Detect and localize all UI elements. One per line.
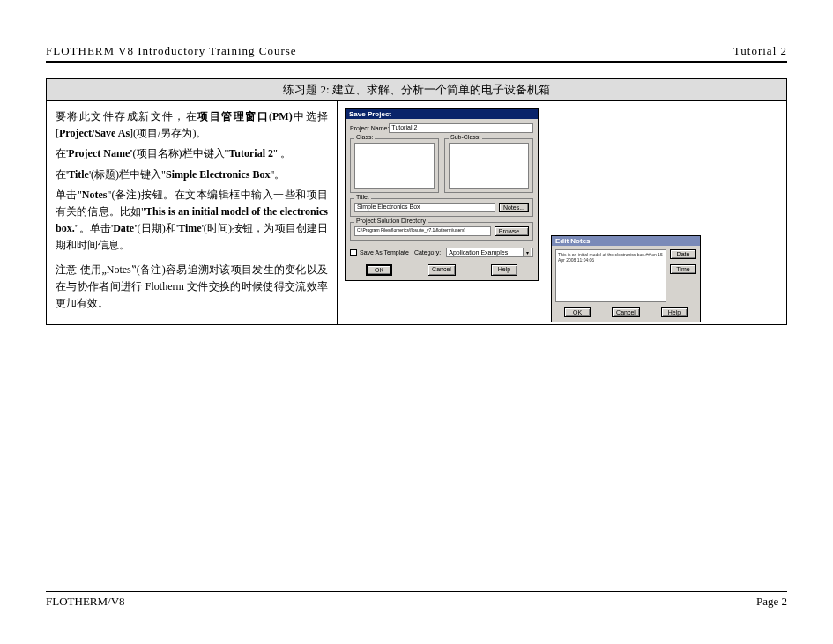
subclass-listbox[interactable] — [449, 143, 529, 189]
page-footer: FLOTHERM/V8 Page 2 — [46, 591, 787, 609]
notes-button[interactable]: Notes... — [499, 203, 529, 212]
edit-notes-dialog: Edit Notes This is an initial model of t… — [551, 235, 701, 322]
category-select[interactable]: Application Examples ▾ — [446, 248, 533, 257]
help-button[interactable]: Help — [491, 264, 517, 276]
title-fieldset: Title: Simple Electronics Box Notes... — [350, 198, 533, 217]
footer-right: Page 2 — [756, 595, 787, 609]
class-fieldset: Class: — [350, 138, 439, 193]
exercise-title: 练习题 2: 建立、求解、分析一个简单的电子设备机箱 — [47, 79, 786, 101]
header-left: FLOTHERM V8 Introductory Training Course — [46, 44, 297, 58]
category-label: Category: — [414, 249, 441, 255]
date-button[interactable]: Date — [670, 249, 696, 259]
instructions-text: 要将此文件存成新文件，在项目管理窗口(PM)中选择[Project/Save A… — [47, 101, 338, 324]
notes-help-button[interactable]: Help — [661, 307, 688, 317]
directory-input[interactable]: C:\Program Files\flomerics\flosuite_v7.1… — [354, 226, 491, 236]
cancel-button[interactable]: Cancel — [428, 264, 456, 276]
screenshot-area: Save Project Project Name: Tutorial 2 Cl… — [338, 101, 786, 324]
dialog-title: Save Project — [346, 109, 538, 119]
directory-fieldset: Project Solution Directory C:\Program Fi… — [350, 222, 533, 241]
checkbox-icon — [350, 249, 357, 256]
header-right: Tutorial 2 — [733, 44, 787, 58]
project-name-label: Project Name: — [350, 125, 389, 131]
save-as-template-checkbox[interactable]: Save As Template — [350, 249, 409, 256]
ok-button[interactable]: OK — [366, 264, 392, 276]
title-input[interactable]: Simple Electronics Box — [354, 203, 495, 212]
project-name-input[interactable]: Tutorial 2 — [389, 123, 533, 133]
subclass-fieldset: Sub-Class: — [444, 138, 533, 193]
notes-ok-button[interactable]: OK — [564, 307, 591, 317]
exercise-box: 练习题 2: 建立、求解、分析一个简单的电子设备机箱 要将此文件存成新文件，在项… — [46, 78, 787, 325]
footer-left: FLOTHERM/V8 — [46, 595, 125, 609]
notes-dialog-title: Edit Notes — [552, 236, 700, 246]
browse-button[interactable]: Browse... — [495, 226, 529, 236]
class-listbox[interactable] — [354, 143, 435, 189]
notes-cancel-button[interactable]: Cancel — [612, 307, 640, 317]
page-header: FLOTHERM V8 Introductory Training Course… — [46, 44, 787, 63]
chevron-down-icon: ▾ — [523, 248, 531, 256]
save-project-dialog: Save Project Project Name: Tutorial 2 Cl… — [345, 108, 539, 281]
notes-textarea[interactable]: This is an initial model of the electron… — [555, 249, 666, 302]
time-button[interactable]: Time — [670, 264, 696, 274]
